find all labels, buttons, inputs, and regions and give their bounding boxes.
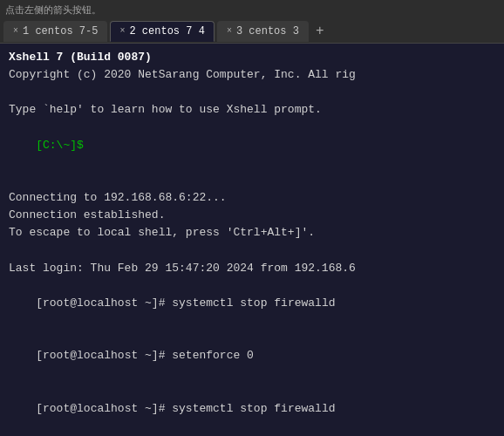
escape-info: To escape to local shell, press 'Ctrl+Al…	[9, 224, 495, 242]
tab-label-2: 2 centos 7 4	[129, 25, 204, 37]
cmd-3: [root@localhost ~]# systemctl stop firew…	[9, 383, 495, 435]
tab-add-button[interactable]: +	[311, 23, 329, 40]
connection-established: Connection established.	[9, 207, 495, 224]
cmd-2: [root@localhost ~]# setenforce 0	[9, 330, 495, 382]
local-prompt: [C:\~]$	[9, 119, 495, 172]
tab-close-1[interactable]: ×	[13, 26, 18, 36]
terminal: Xshell 7 (Build 0087) Copyright (c) 2020…	[0, 44, 504, 436]
hint-text: 点击左侧的箭头按钮。	[5, 3, 101, 17]
tab-1[interactable]: × 1 centos 7-5	[3, 21, 107, 42]
xshell-header: Xshell 7 (Build 0087)	[9, 49, 495, 66]
tab-2[interactable]: × 2 centos 7 4	[110, 21, 214, 42]
connecting-line: Connecting to 192.168.68.6:22...	[9, 189, 495, 207]
tab-label-3: 3 centos 3	[236, 25, 299, 37]
tab-label-1: 1 centos 7-5	[23, 25, 98, 37]
tab-close-2[interactable]: ×	[119, 26, 125, 36]
copyright-line: Copyright (c) 2020 NetSarang Computer, I…	[9, 66, 495, 84]
cmd-1: [root@localhost ~]# systemctl stop firew…	[9, 277, 495, 330]
tab-bar: 点击左侧的箭头按钮。 × 1 centos 7-5 × 2 centos 7 4…	[0, 0, 504, 44]
help-info: Type `help' to learn how to use Xshell p…	[9, 101, 495, 119]
tab-3[interactable]: × 3 centos 3	[217, 21, 309, 42]
tab-close-3[interactable]: ×	[227, 26, 232, 36]
last-login: Last login: Thu Feb 29 15:47:20 2024 fro…	[9, 260, 495, 277]
